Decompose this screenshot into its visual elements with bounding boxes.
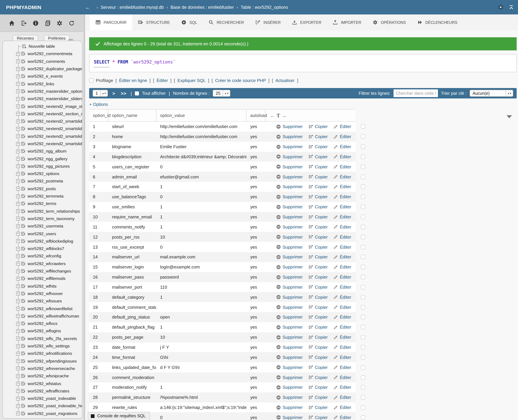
tab-sql[interactable]: SQL [176, 15, 203, 30]
sidebar-table-item[interactable]: + wor5292_wfknownfilelist [3, 305, 82, 313]
expand-plus-icon[interactable]: + [16, 112, 20, 116]
sidebar-table-item[interactable]: + wor5292_masterslider_options [3, 88, 82, 95]
page-size-select[interactable]: 25 ▲▼ [213, 90, 231, 97]
delete-row-link[interactable]: Supprimer [276, 335, 303, 340]
expand-plus-icon[interactable]: + [16, 277, 20, 281]
row-checkbox[interactable] [361, 405, 365, 410]
sidebar-table-item[interactable]: + wor5292_wfnotifications [3, 350, 82, 357]
copy-row-link[interactable]: Copier [309, 144, 328, 149]
edit-link[interactable]: Éditer [157, 78, 168, 83]
row-checkbox[interactable] [361, 195, 365, 199]
dropdown-caret-icon[interactable] [507, 115, 512, 118]
expand-plus-icon[interactable]: + [16, 254, 20, 258]
expand-plus-icon[interactable]: + [16, 240, 20, 243]
edit-row-link[interactable]: Éditer [333, 124, 351, 129]
row-checkbox[interactable] [361, 185, 365, 189]
delete-row-link[interactable]: Supprimer [276, 264, 303, 270]
sidebar-table-item[interactable]: + wor5292_duplicator_packages [3, 65, 82, 73]
copy-row-link[interactable]: Copier [309, 124, 328, 129]
delete-row-link[interactable]: Supprimer [276, 144, 303, 149]
edit-row-link[interactable]: Éditer [333, 345, 351, 350]
delete-row-link[interactable]: Supprimer [276, 124, 303, 129]
edit-row-link[interactable]: Éditer [333, 214, 351, 219]
delete-row-link[interactable]: Supprimer [276, 255, 303, 260]
row-checkbox[interactable] [361, 395, 365, 399]
row-checkbox[interactable] [361, 295, 365, 299]
row-checkbox[interactable] [361, 415, 365, 420]
show-all-checkbox[interactable] [135, 91, 139, 95]
profiling-checkbox[interactable] [89, 78, 93, 83]
sidebar-table-item[interactable]: + wor5292_wfissues [3, 297, 82, 305]
copy-row-link[interactable]: Copier [309, 365, 328, 370]
sidebar-table-item[interactable]: + wor5292_posts [3, 185, 82, 193]
sidebar-table-item[interactable]: + wor5292_commentmeta [3, 50, 82, 58]
edit-row-link[interactable]: Éditer [333, 305, 351, 310]
edit-row-link[interactable]: Éditer [333, 365, 351, 370]
sidebar-table-item[interactable]: + wor5292_options [3, 170, 82, 178]
copy-row-link[interactable]: Copier [309, 325, 328, 330]
sidebar-table-item[interactable]: + wor5292_nextend2_smartslider3_sli [3, 133, 82, 140]
edit-row-link[interactable]: Éditer [333, 164, 351, 169]
expand-plus-icon[interactable]: + [16, 262, 20, 266]
edit-row-link[interactable]: Éditer [333, 335, 351, 340]
expand-plus-icon[interactable]: + [16, 225, 20, 228]
copy-row-link[interactable]: Copier [309, 305, 328, 310]
expand-plus-icon[interactable]: + [16, 247, 20, 250]
delete-row-link[interactable]: Supprimer [276, 204, 303, 209]
edit-row-link[interactable]: Éditer [333, 194, 351, 199]
row-checkbox[interactable] [361, 144, 365, 149]
tab-declencheurs[interactable]: DÉCLENCHEURS [411, 15, 463, 30]
logout-icon[interactable] [21, 20, 27, 26]
expand-plus-icon[interactable]: + [16, 367, 20, 370]
edit-row-link[interactable]: Éditer [333, 325, 351, 330]
edit-row-link[interactable]: Éditer [333, 415, 351, 420]
column-header-option-name[interactable]: option_name [108, 110, 156, 121]
delete-row-link[interactable]: Supprimer [276, 395, 303, 400]
delete-row-link[interactable]: Supprimer [276, 164, 303, 169]
copy-row-link[interactable]: Copier [309, 184, 328, 189]
edit-row-link[interactable]: Éditer [333, 225, 351, 230]
sidebar-table-item[interactable]: + wor5292_nextend2_smartslider3_sli [3, 140, 82, 148]
sidebar-table-item[interactable]: + wor5292_yoast_indexable [3, 395, 82, 402]
expand-plus-icon[interactable]: + [16, 67, 20, 71]
tab-exporter[interactable]: EXPORTER [286, 15, 327, 30]
copy-row-link[interactable]: Copier [309, 375, 328, 380]
edit-row-link[interactable]: Éditer [333, 355, 351, 360]
expand-plus-icon[interactable]: + [16, 172, 20, 176]
expand-plus-icon[interactable]: + [16, 82, 20, 86]
delete-row-link[interactable]: Supprimer [276, 285, 303, 290]
expand-plus-icon[interactable]: + [16, 232, 20, 236]
expand-plus-icon[interactable]: + [16, 329, 20, 333]
row-checkbox[interactable] [361, 305, 365, 309]
expand-plus-icon[interactable]: + [16, 284, 20, 288]
copy-row-link[interactable]: Copier [309, 385, 328, 390]
expand-plus-icon[interactable]: + [16, 150, 20, 153]
sidebar-table-item[interactable]: + wor5292_wftrafficrates [3, 387, 82, 395]
sidebar-table-item[interactable]: + wor5292_wfstatus [3, 380, 82, 387]
last-page-link[interactable]: >> [119, 90, 128, 96]
expand-plus-icon[interactable]: + [16, 157, 20, 161]
expand-plus-icon[interactable]: + [16, 382, 20, 385]
expand-plus-icon[interactable]: + [16, 269, 20, 273]
expand-plus-icon[interactable]: + [16, 194, 20, 198]
tab-structure[interactable]: STRUCTURE [132, 15, 176, 30]
expand-plus-icon[interactable]: + [16, 142, 20, 146]
copy-row-link[interactable]: Copier [309, 194, 328, 199]
delete-row-link[interactable]: Supprimer [276, 315, 303, 320]
edit-row-link[interactable]: Éditer [333, 174, 351, 179]
home-icon[interactable] [9, 20, 15, 26]
row-checkbox[interactable] [361, 285, 365, 289]
sidebar-table-item[interactable]: + wor5292_wfhoover [3, 290, 82, 298]
sidebar-table-item[interactable]: + wor5292_masterslider_sliders [3, 95, 82, 103]
row-checkbox[interactable] [361, 335, 365, 339]
delete-row-link[interactable]: Supprimer [276, 244, 303, 249]
row-checkbox[interactable] [361, 225, 365, 229]
breadcrumb-table[interactable]: Table : wor5292_options [241, 5, 288, 10]
delete-row-link[interactable]: Supprimer [276, 154, 303, 159]
sidebar-table-item[interactable]: + wor5292_ngg_pictures [3, 163, 82, 170]
edit-row-link[interactable]: Éditer [333, 234, 351, 240]
edit-inline-link[interactable]: Éditer en ligne [119, 78, 147, 83]
edit-row-link[interactable]: Éditer [333, 375, 351, 380]
expand-plus-icon[interactable]: + [16, 127, 20, 131]
row-checkbox[interactable] [361, 205, 365, 209]
